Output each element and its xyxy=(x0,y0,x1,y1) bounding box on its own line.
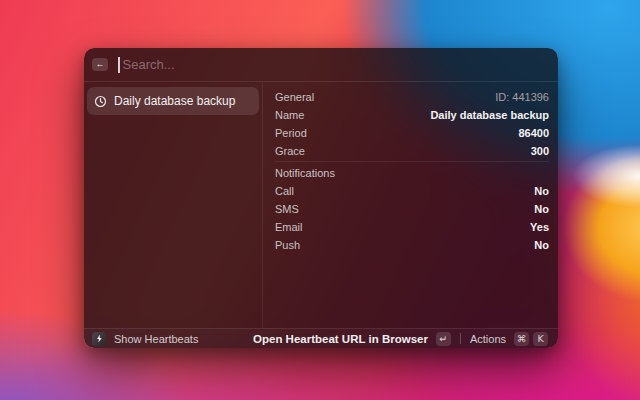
command-palette-window: ← Daily database backup xyxy=(84,48,558,348)
detail-label: Period xyxy=(275,127,307,139)
return-key-icon[interactable]: ↵ xyxy=(436,332,451,346)
detail-label: Email xyxy=(275,221,303,233)
detail-value: No xyxy=(534,185,549,197)
detail-label: SMS xyxy=(275,203,299,215)
detail-value: No xyxy=(534,203,549,215)
list-item-label: Daily database backup xyxy=(114,94,235,108)
detail-row: Notifications xyxy=(275,164,549,182)
detail-value: 86400 xyxy=(518,127,549,139)
list-item-daily-database-backup[interactable]: Daily database backup xyxy=(87,87,259,115)
show-heartbeats-button[interactable]: Show Heartbeats xyxy=(114,333,198,345)
clock-icon xyxy=(94,95,107,108)
detail-row: Grace 300 xyxy=(275,142,549,160)
detail-value: 300 xyxy=(531,145,549,157)
search-input[interactable] xyxy=(120,57,549,72)
detail-row: SMS No xyxy=(275,200,549,218)
detail-section-general: General ID: 441396 Name Daily database b… xyxy=(275,88,549,160)
detail-label: Grace xyxy=(275,145,305,157)
primary-action-button[interactable]: Open Heartbeat URL in Browser xyxy=(253,333,428,345)
back-arrow-icon: ← xyxy=(96,60,105,69)
detail-label: Call xyxy=(275,185,294,197)
k-key-icon[interactable]: K xyxy=(533,332,548,346)
detail-row: General ID: 441396 xyxy=(275,88,549,106)
detail-value: Daily database backup xyxy=(430,109,549,121)
detail-row: Call No xyxy=(275,182,549,200)
detail-label: Notifications xyxy=(275,167,335,179)
footer-divider xyxy=(460,333,461,344)
detail-row: Name Daily database backup xyxy=(275,106,549,124)
detail-panel: General ID: 441396 Name Daily database b… xyxy=(263,82,558,328)
back-button[interactable]: ← xyxy=(92,58,108,71)
results-list: Daily database backup xyxy=(84,82,263,328)
detail-value: No xyxy=(534,239,549,251)
detail-label: General xyxy=(275,91,314,103)
search-bar: ← xyxy=(84,48,558,82)
actions-menu-button[interactable]: Actions xyxy=(470,333,506,345)
detail-section-notifications: Notifications Call No SMS No Email Yes xyxy=(275,164,549,254)
detail-row: Period 86400 xyxy=(275,124,549,142)
command-key-icon[interactable]: ⌘ xyxy=(514,332,529,346)
detail-row: Push No xyxy=(275,236,549,254)
section-divider xyxy=(275,161,549,162)
heartbeat-bolt-icon xyxy=(92,332,106,346)
detail-value: Yes xyxy=(530,221,549,233)
detail-label: Name xyxy=(275,109,304,121)
detail-value: ID: 441396 xyxy=(495,91,549,103)
action-bar: Show Heartbeats Open Heartbeat URL in Br… xyxy=(84,328,558,348)
detail-label: Push xyxy=(275,239,300,251)
detail-row: Email Yes xyxy=(275,218,549,236)
